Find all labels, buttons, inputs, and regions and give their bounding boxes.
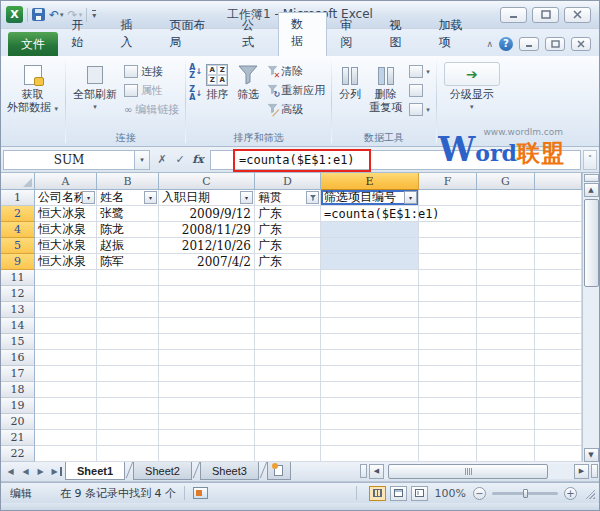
row-number[interactable]: 13 [1, 302, 35, 318]
filter-dropdown-icon[interactable]: ▾ [240, 191, 253, 204]
zoom-slider[interactable] [492, 492, 558, 495]
row-header-5[interactable]: 5 [1, 238, 35, 254]
redo-button[interactable]: ↷▾ [68, 8, 83, 22]
filter-dropdown-icon[interactable]: ▾ [82, 191, 95, 204]
column-header-f[interactable]: F [419, 173, 477, 190]
workbook-restore-button[interactable] [545, 37, 565, 51]
zoom-in-icon[interactable]: + [564, 487, 577, 500]
tab-split-handle[interactable] [360, 464, 367, 478]
column-header-d[interactable]: D [255, 173, 321, 190]
connections-button[interactable]: 连接 [121, 62, 182, 81]
tab-formulas[interactable]: 公式 [229, 13, 278, 56]
page-layout-view-button[interactable] [390, 486, 407, 501]
workbook-close-button[interactable] [571, 37, 591, 51]
confirm-entry-button[interactable]: ✓ [172, 151, 188, 169]
tab-data[interactable]: 数据 [278, 12, 327, 56]
split-handle[interactable] [591, 464, 598, 478]
insert-worksheet-button[interactable] [267, 462, 291, 480]
sort-button[interactable]: AZZA 排序 [202, 58, 232, 101]
filter-dropdown-icon[interactable]: ▾ [144, 191, 157, 204]
row-header-2[interactable]: 2 [1, 206, 35, 222]
minimize-button[interactable] [500, 7, 527, 23]
properties-button[interactable]: 属性 [121, 81, 182, 100]
minimize-ribbon-icon[interactable]: ∧ [486, 39, 493, 49]
expand-formula-bar-button[interactable]: ˅ [583, 150, 597, 170]
scroll-down-icon[interactable]: ▼ [584, 448, 599, 462]
row-number[interactable]: 14 [1, 318, 35, 334]
close-button[interactable] [564, 7, 591, 23]
vertical-scrollbar[interactable]: ▲ ▼ [582, 173, 599, 462]
tab-file[interactable]: 文件 [8, 32, 58, 56]
sort-ascending-button[interactable]: AZ↓ [189, 64, 202, 80]
cell-a2[interactable]: 恒大冰泉 [35, 206, 97, 222]
scroll-up-icon[interactable]: ▲ [584, 183, 599, 197]
row-number[interactable]: 11 [1, 270, 35, 286]
data-validation-button[interactable]: ▾ [406, 62, 433, 81]
scroll-right-icon[interactable]: ▶ [574, 464, 589, 479]
row-number[interactable]: 21 [1, 430, 35, 446]
zoom-out-icon[interactable]: − [473, 487, 486, 500]
tab-page-layout[interactable]: 页面布局 [157, 13, 229, 56]
cell-b5[interactable]: 赵振 [97, 238, 159, 254]
customize-qat-button[interactable]: ▾ [91, 10, 96, 20]
advanced-filter-button[interactable]: ／ 高级 [264, 100, 328, 119]
tab-review[interactable]: 审阅 [327, 13, 376, 56]
tab-addins[interactable]: 加载项 [426, 13, 487, 56]
cancel-entry-button[interactable]: ✗ [154, 151, 170, 169]
horizontal-scroll-thumb[interactable] [388, 464, 548, 479]
insert-function-button[interactable]: fx [190, 151, 206, 169]
group-label-data-tools[interactable]: 数据工具 [335, 131, 433, 146]
workbook-minimize-button[interactable] [519, 37, 539, 51]
cell-e9-selected[interactable] [321, 254, 419, 270]
what-if-analysis-button[interactable]: ▾ [406, 100, 433, 119]
column-header-e-selected[interactable]: E [321, 173, 419, 190]
remove-duplicates-button[interactable]: 删除 重复项 [365, 58, 406, 114]
filter-dropdown-icon[interactable]: ▾ [404, 191, 417, 204]
row-header-9[interactable]: 9 [1, 254, 35, 270]
group-label-sort-filter[interactable]: 排序和筛选 [189, 131, 328, 146]
cell-d5[interactable]: 广东 [255, 238, 321, 254]
page-break-view-button[interactable] [411, 486, 428, 501]
cell-d9[interactable]: 广东 [255, 254, 321, 270]
row-number[interactable]: 12 [1, 286, 35, 302]
cell-c1[interactable]: 入职日期 ▾ [159, 190, 255, 206]
get-external-data-button[interactable]: 获取 外部数据 ▾ [3, 58, 62, 116]
excel-logo-icon[interactable]: X [6, 6, 23, 23]
split-handle[interactable] [584, 174, 599, 182]
cell-c2[interactable]: 2009/9/12 [159, 206, 255, 222]
cell-a5[interactable]: 恒大冰泉 [35, 238, 97, 254]
sheet-tab-sheet1[interactable]: Sheet1 [65, 462, 125, 480]
cell-e5-selected[interactable] [321, 238, 419, 254]
restore-button[interactable] [532, 7, 559, 23]
formula-input[interactable]: =counta($E$1:e1) [210, 150, 581, 170]
column-header-a[interactable]: A [35, 173, 97, 190]
refresh-all-button[interactable]: ↻ 全部刷新 ▾ [69, 58, 121, 114]
filter-active-funnel-icon[interactable] [306, 191, 319, 204]
first-sheet-icon[interactable]: ◀ [4, 467, 17, 476]
sheet-tab-sheet3[interactable]: Sheet3 [200, 462, 259, 480]
row-number[interactable]: 20 [1, 414, 35, 430]
zoom-slider-thumb[interactable] [523, 489, 528, 498]
last-sheet-icon[interactable]: ▶ [49, 467, 62, 476]
help-icon[interactable]: ? [499, 37, 513, 51]
select-all-corner[interactable] [1, 173, 35, 190]
cell-a1[interactable]: 公司名称 ▾ [35, 190, 97, 206]
row-header-1[interactable]: 1 [1, 190, 35, 206]
tab-view[interactable]: 视图 [376, 13, 425, 56]
cell-d1[interactable]: 籍贯 [255, 190, 321, 206]
cell-b4[interactable]: 陈龙 [97, 222, 159, 238]
row-number[interactable]: 18 [1, 382, 35, 398]
next-sheet-icon[interactable]: ▶ [34, 467, 47, 476]
column-header-c[interactable]: C [159, 173, 255, 190]
text-to-columns-button[interactable]: 分列 [335, 58, 365, 101]
group-label-connections[interactable]: 连接 [69, 131, 182, 146]
cell-e4-selected[interactable] [321, 222, 419, 238]
name-box-dropdown[interactable]: ▾ [135, 150, 150, 170]
cell-b1[interactable]: 姓名 ▾ [97, 190, 159, 206]
outline-button[interactable]: ➔ 分级显示 ▾ [440, 58, 504, 114]
name-box[interactable]: SUM [3, 150, 135, 170]
save-button[interactable] [32, 8, 45, 21]
cell-e1[interactable]: 筛选项目编号 ▾ [321, 190, 419, 206]
undo-button[interactable]: ↶▾ [49, 8, 64, 22]
cell-f1[interactable] [419, 190, 477, 206]
